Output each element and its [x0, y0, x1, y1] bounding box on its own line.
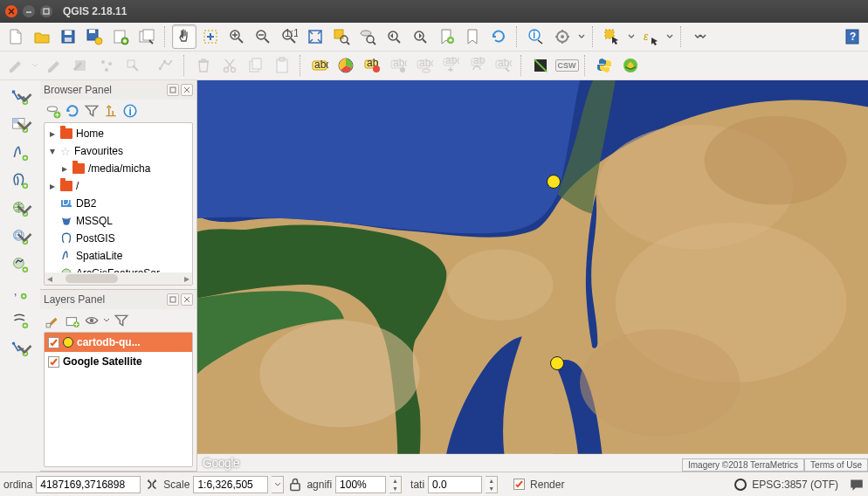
node-tool-button[interactable] — [154, 53, 178, 78]
map-feature-point[interactable] — [547, 175, 561, 189]
crs-button[interactable] — [733, 477, 748, 493]
collapse-all-icon[interactable] — [103, 103, 119, 119]
filter-layers-icon[interactable] — [114, 313, 129, 328]
toggle-extents-button[interactable] — [144, 477, 160, 493]
select-dropdown[interactable] — [626, 24, 637, 49]
tree-item-mssql[interactable]: MSSQL — [45, 212, 192, 230]
composer-manager-button[interactable] — [134, 24, 159, 49]
new-bookmark-button[interactable] — [434, 24, 458, 49]
window-close-button[interactable] — [5, 5, 17, 17]
layers-list[interactable]: cartodb-qu... Google Satellite — [44, 332, 193, 467]
highlight-label-button[interactable]: ab — [360, 53, 384, 78]
new-shapefile-button[interactable] — [5, 335, 35, 362]
style-icon[interactable] — [45, 313, 61, 328]
csw-button[interactable]: CSW — [555, 53, 579, 78]
new-project-button[interactable] — [3, 24, 28, 49]
zoom-in-button[interactable] — [224, 24, 249, 49]
open-project-button[interactable] — [30, 24, 54, 49]
visibility-icon[interactable] — [84, 313, 100, 328]
action-dropdown[interactable] — [576, 24, 587, 49]
filter-icon[interactable] — [84, 103, 100, 119]
zoom-last-button[interactable] — [382, 24, 406, 49]
zoom-to-selection-button[interactable] — [329, 24, 354, 49]
panel-undock-button[interactable] — [167, 293, 179, 306]
zoom-full-button[interactable] — [303, 24, 327, 49]
magnifier-spinner[interactable]: ▲▼ — [389, 476, 402, 493]
select-features-button[interactable] — [600, 24, 624, 49]
tree-item-spatialite[interactable]: SpatiaLite — [45, 247, 192, 265]
add-wms-button[interactable] — [5, 196, 35, 222]
diagram-button[interactable] — [334, 53, 358, 78]
refresh-button[interactable] — [486, 24, 511, 49]
scale-input[interactable]: 1:6,326,505 — [193, 476, 268, 493]
layer-row-cartodb[interactable]: cartodb-qu... — [45, 333, 192, 352]
delete-selected-button[interactable] — [191, 53, 216, 78]
save-project-button[interactable] — [56, 24, 80, 49]
identify-button[interactable]: i — [524, 24, 548, 49]
panel-undock-button[interactable] — [167, 84, 179, 96]
panel-close-button[interactable] — [181, 293, 193, 306]
tree-item-postgis[interactable]: PostGIS — [45, 230, 192, 247]
add-postgis-button[interactable] — [5, 168, 35, 194]
add-group-icon[interactable] — [65, 313, 80, 328]
magnifier-input[interactable]: 100% — [335, 476, 386, 493]
label-abc-button[interactable]: abc — [307, 53, 332, 78]
toolbar-overflow-button[interactable] — [688, 24, 713, 49]
tree-item-favourites[interactable]: ▾☆Favourites — [45, 142, 192, 160]
zoom-native-button[interactable]: 1:1 — [277, 24, 301, 49]
help-button[interactable]: ? — [840, 24, 865, 49]
pin-label-button[interactable]: abc — [386, 53, 410, 78]
tree-item-db2[interactable]: DB2DB2 — [45, 195, 192, 212]
layer-visibility-checkbox[interactable] — [48, 337, 59, 348]
grass-button[interactable] — [618, 53, 643, 78]
paste-button[interactable] — [270, 53, 294, 78]
add-spatialite-button[interactable] — [5, 140, 35, 166]
move-feature-button[interactable] — [121, 53, 145, 78]
copy-button[interactable] — [244, 53, 268, 78]
toggle-editing-button[interactable] — [42, 53, 66, 78]
layer-visibility-checkbox[interactable] — [48, 356, 59, 368]
visibility-dropdown[interactable] — [103, 314, 110, 327]
move-label-button[interactable]: abc — [438, 53, 463, 78]
panel-close-button[interactable] — [181, 84, 193, 96]
properties-icon[interactable]: i — [122, 103, 138, 119]
expression-dropdown[interactable] — [665, 24, 675, 49]
plugin-button-1[interactable] — [528, 53, 553, 78]
save-edits-button[interactable] — [68, 53, 93, 78]
select-by-expression-button[interactable]: ε — [638, 24, 663, 49]
show-bookmarks-button[interactable] — [460, 24, 485, 49]
current-edits-button[interactable] — [3, 53, 28, 78]
add-raster-layer-button[interactable] — [5, 112, 35, 138]
map-feature-point[interactable] — [550, 356, 564, 370]
tree-item-fav-path[interactable]: ▸/media/micha — [45, 160, 192, 177]
lock-scale-button[interactable] — [287, 477, 303, 493]
save-as-button[interactable] — [82, 24, 107, 49]
messages-button[interactable] — [849, 477, 865, 493]
rotation-input[interactable]: 0.0 — [428, 476, 482, 493]
pan-button[interactable] — [172, 24, 196, 49]
map-canvas[interactable]: Google Imagery ©2018 TerraMetrics Terms … — [197, 80, 868, 472]
rotation-spinner[interactable]: ▲▼ — [486, 476, 498, 493]
layer-row-google-satellite[interactable]: Google Satellite — [45, 352, 192, 371]
add-feature-button[interactable] — [94, 53, 119, 78]
tree-item-root[interactable]: ▸/ — [45, 177, 192, 195]
scale-dropdown[interactable] — [272, 476, 284, 493]
cut-button[interactable] — [217, 53, 242, 78]
new-composer-button[interactable] — [108, 24, 133, 49]
show-hide-label-button[interactable]: abc — [412, 53, 437, 78]
refresh-icon[interactable] — [65, 103, 80, 119]
tree-item-home[interactable]: ▸Home — [45, 125, 192, 142]
python-console-button[interactable] — [592, 53, 617, 78]
edits-dropdown[interactable] — [30, 53, 40, 78]
window-minimize-button[interactable] — [23, 5, 35, 17]
browser-tree[interactable]: ▸Home ▾☆Favourites ▸/media/micha ▸/ DB2D… — [45, 123, 192, 284]
zoom-to-layer-button[interactable] — [355, 24, 380, 49]
coordinate-input[interactable]: 4187169,3716898 — [36, 476, 141, 493]
pan-to-selection-button[interactable] — [198, 24, 223, 49]
add-wfs-button[interactable] — [5, 251, 35, 278]
rotate-label-button[interactable]: abc — [465, 53, 489, 78]
zoom-out-button[interactable] — [251, 24, 275, 49]
browser-horizontal-scrollbar[interactable]: ◂▸ — [45, 272, 192, 285]
zoom-next-button[interactable] — [408, 24, 432, 49]
window-maximize-button[interactable] — [40, 5, 52, 17]
